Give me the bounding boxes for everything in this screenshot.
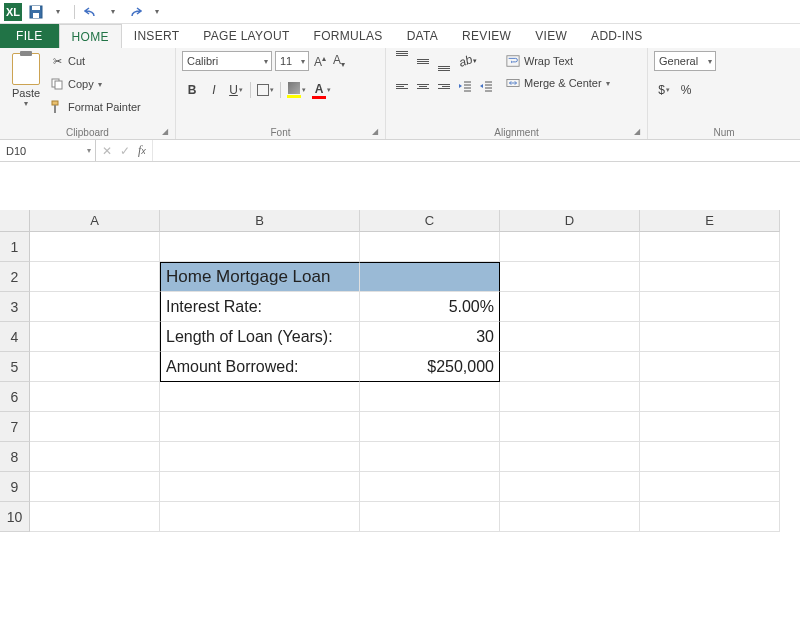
row-header-7[interactable]: 7 [0,412,30,442]
cell-d1[interactable] [500,232,640,262]
row-header-5[interactable]: 5 [0,352,30,382]
cell-d2[interactable] [500,262,640,292]
tab-page-layout[interactable]: PAGE LAYOUT [191,24,301,48]
bold-button[interactable]: B [182,80,202,100]
cell-c1[interactable] [360,232,500,262]
number-format-combo[interactable]: General [654,51,716,71]
cell-d7[interactable] [500,412,640,442]
cell-c8[interactable] [360,442,500,472]
cell-d5[interactable] [500,352,640,382]
cell-e7[interactable] [640,412,780,442]
cell-d8[interactable] [500,442,640,472]
paste-dropdown-icon[interactable]: ▾ [24,99,28,108]
cell-e9[interactable] [640,472,780,502]
format-painter-button[interactable]: Format Painter [50,97,141,117]
row-header-4[interactable]: 4 [0,322,30,352]
cell-d4[interactable] [500,322,640,352]
row-header-1[interactable]: 1 [0,232,30,262]
tab-data[interactable]: DATA [395,24,450,48]
col-header-c[interactable]: C [360,210,500,232]
cell-e6[interactable] [640,382,780,412]
cell-b4[interactable]: Length of Loan (Years): [160,322,360,352]
tab-review[interactable]: REVIEW [450,24,523,48]
copy-button[interactable]: Copy ▾ [50,74,141,94]
border-button[interactable] [255,80,276,100]
tab-view[interactable]: VIEW [523,24,579,48]
align-middle-button[interactable] [413,51,433,71]
decrease-font-icon[interactable]: A▾ [331,53,347,69]
cell-d3[interactable] [500,292,640,322]
tab-home[interactable]: HOME [59,24,122,48]
undo-icon[interactable] [83,4,99,20]
row-header-6[interactable]: 6 [0,382,30,412]
fx-icon[interactable]: fx [138,143,146,158]
cell-b8[interactable] [160,442,360,472]
cell-b3[interactable]: Interest Rate: [160,292,360,322]
cell-d6[interactable] [500,382,640,412]
tab-add-ins[interactable]: ADD-INS [579,24,654,48]
row-header-3[interactable]: 3 [0,292,30,322]
align-bottom-button[interactable] [434,51,454,71]
col-header-d[interactable]: D [500,210,640,232]
undo-dropdown-icon[interactable]: ▾ [105,4,121,20]
row-header-9[interactable]: 9 [0,472,30,502]
percent-format-button[interactable]: % [676,80,696,100]
cell-c10[interactable] [360,502,500,532]
cell-a9[interactable] [30,472,160,502]
merge-center-button[interactable]: Merge & Center ▾ [506,73,610,93]
cell-e2[interactable] [640,262,780,292]
cell-c3[interactable]: 5.00% [360,292,500,322]
qat-dropdown-icon[interactable]: ▾ [50,4,66,20]
cell-a1[interactable] [30,232,160,262]
cell-b2[interactable]: Home Mortgage Loan [160,262,360,292]
cell-a10[interactable] [30,502,160,532]
enter-formula-icon[interactable]: ✓ [120,144,130,158]
row-header-10[interactable]: 10 [0,502,30,532]
qat-customize-icon[interactable]: ▾ [149,4,165,20]
cell-b5[interactable]: Amount Borrowed: [160,352,360,382]
align-top-button[interactable] [392,51,412,71]
align-left-button[interactable] [392,76,412,96]
cell-b6[interactable] [160,382,360,412]
cell-c6[interactable] [360,382,500,412]
font-dialog-launcher-icon[interactable]: ◢ [372,127,382,137]
name-box[interactable]: D10 [0,140,96,161]
cell-e1[interactable] [640,232,780,262]
italic-button[interactable]: I [204,80,224,100]
cell-c9[interactable] [360,472,500,502]
cell-a6[interactable] [30,382,160,412]
cell-a8[interactable] [30,442,160,472]
tab-formulas[interactable]: FORMULAS [302,24,395,48]
cut-button[interactable]: ✂ Cut [50,51,141,71]
increase-font-icon[interactable]: A▴ [312,54,328,69]
tab-insert[interactable]: INSERT [122,24,192,48]
font-name-combo[interactable]: Calibri [182,51,272,71]
cell-a2[interactable] [30,262,160,292]
cell-e4[interactable] [640,322,780,352]
align-right-button[interactable] [434,76,454,96]
paste-button[interactable]: Paste ▾ [6,51,46,108]
save-icon[interactable] [28,4,44,20]
fill-color-button[interactable] [285,80,308,100]
clipboard-dialog-launcher-icon[interactable]: ◢ [162,127,172,137]
col-header-b[interactable]: B [160,210,360,232]
col-header-e[interactable]: E [640,210,780,232]
formula-input[interactable] [153,140,800,161]
cell-a4[interactable] [30,322,160,352]
cell-c2[interactable] [360,262,500,292]
cell-e3[interactable] [640,292,780,322]
cell-e10[interactable] [640,502,780,532]
cell-c5[interactable]: $250,000 [360,352,500,382]
cell-a5[interactable] [30,352,160,382]
align-center-button[interactable] [413,76,433,96]
font-size-combo[interactable]: 11 [275,51,309,71]
tab-file[interactable]: FILE [0,24,59,48]
row-header-8[interactable]: 8 [0,442,30,472]
cell-b9[interactable] [160,472,360,502]
cell-c7[interactable] [360,412,500,442]
cancel-formula-icon[interactable]: ✕ [102,144,112,158]
select-all-corner[interactable] [0,210,30,232]
orientation-button[interactable]: ab▾ [455,51,481,71]
col-header-a[interactable]: A [30,210,160,232]
cell-d10[interactable] [500,502,640,532]
